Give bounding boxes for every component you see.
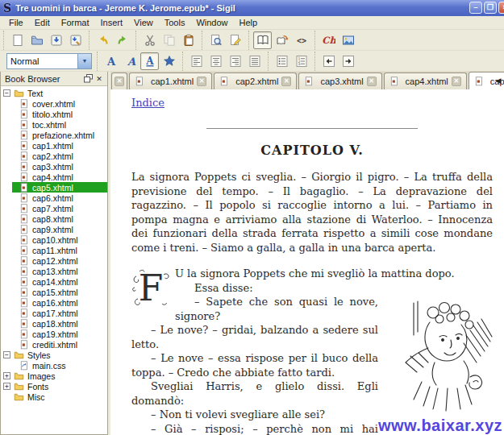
code-view-button[interactable]: <> bbox=[292, 31, 310, 49]
titlebar: S Tre uomini in barca - Jerome K. Jerome… bbox=[0, 0, 504, 16]
bold-button[interactable]: A bbox=[102, 52, 120, 70]
underline-icon: A bbox=[144, 55, 156, 68]
xhtml-file-icon bbox=[19, 319, 29, 329]
tree-item-cap13[interactable]: cap13.xhtml bbox=[12, 266, 107, 276]
paste-button[interactable] bbox=[179, 31, 198, 49]
tab-close-icon[interactable]: ✕ bbox=[452, 77, 461, 86]
tree-item-cap19[interactable]: cap19.xhtml bbox=[12, 329, 107, 339]
tree-item-cap6[interactable]: cap6.xhtml bbox=[12, 193, 107, 203]
tab-close-icon[interactable]: ✕ bbox=[115, 77, 124, 86]
tree-item-cap18[interactable]: cap18.xhtml bbox=[12, 318, 107, 329]
tab-cap3[interactable]: cap3.xhtml✕ bbox=[298, 72, 381, 89]
folder-icon bbox=[14, 392, 24, 402]
tree-folder-styles[interactable]: −Styles bbox=[1, 350, 107, 360]
collapse-icon[interactable]: − bbox=[3, 89, 10, 97]
expand-icon[interactable]: + bbox=[3, 372, 10, 379]
menu-insert[interactable]: Insert bbox=[95, 17, 129, 28]
tree-folder-label: Fonts bbox=[27, 382, 48, 392]
indent-decrease-button[interactable] bbox=[319, 52, 338, 70]
tree-folder-misc[interactable]: Misc bbox=[1, 392, 107, 402]
align-center-button[interactable] bbox=[206, 52, 225, 70]
spellcheck-button[interactable] bbox=[226, 31, 244, 49]
body-paragraph: Essa disse: bbox=[131, 281, 493, 296]
float-panel-icon[interactable] bbox=[82, 73, 94, 84]
menu-tools[interactable]: Tools bbox=[159, 17, 191, 28]
close-panel-icon[interactable]: ✕ bbox=[94, 73, 105, 84]
save-button[interactable] bbox=[47, 31, 65, 49]
tree-item-cap7[interactable]: cap7.xhtml bbox=[12, 203, 107, 213]
tab-scroll-left-icon[interactable]: ◀ bbox=[493, 74, 504, 87]
list-bullet-button[interactable] bbox=[273, 52, 291, 70]
indent-increase-button[interactable] bbox=[339, 52, 357, 70]
tree-item-main[interactable]: main.css bbox=[12, 360, 107, 371]
book-browser-tree: −Textcover.xhtmltitolo.xhtmltoc.xhtmlpre… bbox=[1, 86, 107, 434]
tab-cap4[interactable]: cap4.xhtml✕ bbox=[384, 72, 467, 89]
tree-item-cap9[interactable]: cap9.xhtml bbox=[12, 224, 107, 234]
menu-window[interactable]: Window bbox=[190, 17, 233, 28]
find-button[interactable] bbox=[206, 31, 225, 49]
new-button[interactable] bbox=[8, 31, 27, 49]
open-button[interactable] bbox=[27, 31, 46, 49]
tree-item-cap4[interactable]: cap4.xhtml bbox=[12, 172, 107, 182]
tree-item-cap11[interactable]: cap11.xhtml bbox=[12, 245, 107, 255]
tab-close-icon[interactable]: ✕ bbox=[197, 77, 206, 86]
strikethrough-button[interactable] bbox=[160, 52, 178, 70]
tree-item-cap14[interactable]: cap14.xhtml bbox=[12, 276, 107, 287]
undo-button[interactable] bbox=[94, 31, 112, 49]
paste-icon bbox=[182, 34, 195, 47]
menu-view[interactable]: View bbox=[128, 17, 159, 28]
tree-folder-fonts[interactable]: +Fonts bbox=[1, 381, 107, 392]
underline-button[interactable]: A bbox=[140, 52, 159, 70]
tree-item-titolo[interactable]: titolo.xhtml bbox=[12, 109, 107, 119]
split-view-button[interactable] bbox=[273, 31, 291, 49]
save-as-button[interactable] bbox=[66, 31, 85, 49]
tree-folder-text[interactable]: −Text bbox=[1, 88, 107, 98]
menu-help[interactable]: Help bbox=[234, 17, 264, 28]
tree-item-toc[interactable]: toc.xhtml bbox=[12, 119, 107, 130]
tree-folder-images[interactable]: +Images bbox=[1, 371, 107, 381]
collapse-icon[interactable]: − bbox=[3, 351, 10, 358]
list-numbered-button[interactable]: 123 bbox=[292, 52, 310, 70]
index-link[interactable]: Indice bbox=[131, 97, 165, 109]
align-left-button[interactable] bbox=[187, 52, 206, 70]
expand-icon[interactable]: + bbox=[3, 383, 10, 390]
xhtml-file-icon bbox=[19, 329, 29, 339]
align-justify-button[interactable] bbox=[245, 52, 264, 70]
menu-file[interactable]: File bbox=[3, 17, 29, 28]
close-button[interactable]: × bbox=[498, 2, 504, 14]
css-file-icon bbox=[19, 361, 29, 371]
tab-cap2[interactable]: cap2.xhtml✕ bbox=[214, 72, 297, 89]
tree-item-cover[interactable]: cover.xhtml bbox=[12, 98, 107, 109]
tab-close-icon[interactable]: ✕ bbox=[281, 77, 291, 86]
insert-image-button[interactable] bbox=[339, 31, 357, 49]
tab-close-icon[interactable]: ✕ bbox=[367, 77, 377, 86]
cut-button[interactable] bbox=[140, 31, 159, 49]
copy-button[interactable] bbox=[160, 31, 178, 49]
tree-item-cap15[interactable]: cap15.xhtml bbox=[12, 287, 107, 297]
heading-style-select[interactable]: Normal ▼ bbox=[6, 53, 92, 69]
chapter-break-button[interactable]: Ch bbox=[319, 31, 338, 49]
menu-format[interactable]: Format bbox=[56, 17, 95, 28]
tree-item-cap8[interactable]: cap8.xhtml bbox=[12, 213, 107, 224]
tree-item-crediti[interactable]: crediti.xhtml bbox=[12, 339, 107, 350]
tree-item-cap1[interactable]: cap1.xhtml bbox=[12, 140, 107, 151]
book-view-button[interactable] bbox=[253, 31, 272, 49]
tree-item-cap3[interactable]: cap3.xhtml bbox=[12, 161, 107, 172]
save-icon bbox=[50, 34, 63, 47]
redo-button[interactable] bbox=[113, 31, 131, 49]
tree-item-cap10[interactable]: cap10.xhtml bbox=[12, 234, 107, 245]
align-right-button[interactable] bbox=[226, 52, 244, 70]
tree-item-cap16[interactable]: cap16.xhtml bbox=[12, 297, 107, 308]
folder-icon bbox=[14, 89, 24, 98]
tree-item-cap5[interactable]: cap5.xhtml bbox=[12, 182, 107, 193]
tree-item-prefazione[interactable]: prefazione.xhtml bbox=[12, 130, 107, 140]
tab-partial[interactable]: ✕ bbox=[111, 72, 127, 89]
tree-item-cap2[interactable]: cap2.xhtml bbox=[12, 151, 107, 161]
tree-item-cap17[interactable]: cap17.xhtml bbox=[12, 308, 107, 318]
minimize-button[interactable]: – bbox=[469, 2, 482, 14]
maximize-button[interactable]: ❐ bbox=[484, 2, 497, 14]
menu-edit[interactable]: Edit bbox=[29, 17, 56, 28]
tree-item-cap12[interactable]: cap12.xhtml bbox=[12, 255, 107, 266]
italic-button[interactable]: A bbox=[121, 52, 140, 70]
tab-cap1[interactable]: cap1.xhtml✕ bbox=[129, 72, 212, 89]
